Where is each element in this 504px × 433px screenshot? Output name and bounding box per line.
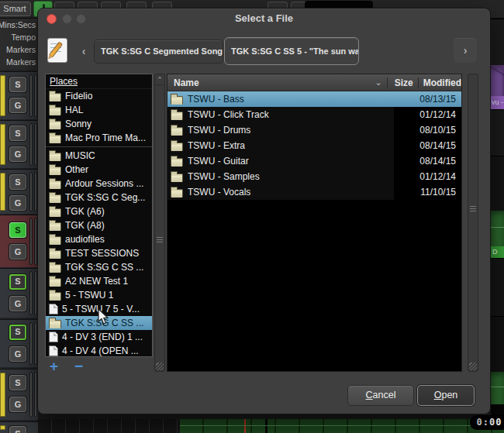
places-item[interactable]: Mac Pro Time Ma... — [46, 131, 152, 145]
ruler-labels: Mins:Secs Tempo Markers Markers — [0, 19, 38, 70]
ruler-label[interactable]: Markers — [0, 56, 38, 68]
add-place-button[interactable]: + — [50, 359, 58, 374]
places-item[interactable]: TGK (A6) — [46, 204, 152, 218]
remove-place-button[interactable]: − — [74, 359, 83, 374]
file-row[interactable]: TSWU - Drums 08/10/15 — [167, 122, 461, 138]
open-button[interactable]: Open — [417, 385, 475, 406]
audio-region-green[interactable] — [491, 372, 504, 404]
places-item[interactable]: 4 - DV 3 (END) 1 ... — [46, 330, 152, 344]
ruler-label[interactable]: Mins:Secs — [0, 19, 38, 31]
places-item[interactable]: Other — [46, 163, 152, 177]
back-button[interactable]: ‹ — [75, 41, 92, 61]
folder-icon — [171, 158, 183, 167]
track-header: S G — [0, 169, 38, 214]
track-header-selected: S G — [0, 215, 38, 267]
track-header: S G — [0, 71, 38, 119]
folder-icon — [49, 208, 61, 217]
places-item[interactable]: TEST SESSIONS — [46, 246, 152, 260]
solo-button-active[interactable]: S — [9, 222, 26, 238]
track-scrollbar[interactable] — [29, 123, 33, 166]
places-item[interactable]: TGK S:SG C SS ... — [46, 260, 152, 274]
column-header-size[interactable]: Size — [387, 77, 418, 88]
solo-button[interactable]: S — [9, 375, 26, 390]
group-button[interactable]: G — [9, 244, 26, 259]
file-row[interactable]: TSWU - Samples 01/12/14 — [167, 169, 461, 184]
audio-region-green[interactable] — [180, 419, 504, 433]
places-item[interactable]: Ardour Sessions ... — [46, 177, 152, 191]
ruler-label[interactable]: Markers — [0, 43, 38, 56]
folder-icon — [49, 153, 61, 161]
track-scrollbar[interactable] — [29, 271, 33, 315]
scrollbar-grip[interactable] — [157, 237, 163, 243]
record-indicator — [0, 173, 5, 211]
track-scrollbar[interactable] — [29, 74, 33, 117]
file-row-selected[interactable]: TSWU - Bass 08/13/15 — [167, 91, 461, 107]
mouse-cursor — [97, 308, 109, 325]
file-row[interactable]: TSWU - Guitar 08/14/15 — [167, 153, 461, 169]
places-item[interactable]: Sonny — [46, 117, 152, 131]
solo-button[interactable]: S — [9, 426, 26, 433]
ruler-label[interactable]: Tempo — [0, 31, 38, 43]
file-row[interactable]: TSWU - Extra 08/14/15 — [167, 138, 461, 153]
places-item[interactable]: HAL — [46, 103, 152, 117]
file-list: Name ⌄ Size Modified TSWU - Bass 08/13/1… — [167, 74, 462, 372]
audio-region-green[interactable] — [491, 211, 504, 246]
dialog-title: Select a File — [38, 9, 490, 29]
group-button[interactable]: G — [9, 98, 26, 113]
solo-button-armed[interactable]: S — [9, 325, 26, 340]
places-item[interactable]: MUSIC — [46, 149, 152, 163]
record-indicator — [0, 425, 5, 430]
folder-icon — [49, 93, 61, 101]
audio-region-purple[interactable] — [491, 65, 504, 96]
file-list-scrollbar[interactable] — [468, 74, 478, 372]
file-row[interactable]: TSWU - Click Track 01/12/14 — [167, 107, 461, 122]
places-item[interactable]: TGK S:SG C Seg... — [46, 191, 152, 204]
dialog-titlebar[interactable]: Select a File — [38, 9, 490, 29]
region-label-purple: vu - V — [491, 96, 504, 109]
places-item[interactable]: TGK (A8) — [46, 218, 152, 232]
record-indicator — [0, 75, 5, 116]
track-header: S — [0, 421, 38, 433]
scroll-up-icon[interactable]: ⌃ — [155, 74, 164, 85]
places-item[interactable]: Fidelio — [46, 89, 152, 103]
group-button[interactable]: G — [9, 195, 26, 211]
resize-grip-icon[interactable] — [156, 363, 164, 370]
column-header-modified[interactable]: Modified — [418, 77, 461, 88]
track-lane — [491, 109, 504, 156]
places-item[interactable]: audiofiles — [46, 232, 152, 246]
folder-icon — [49, 194, 61, 203]
track-scrollbar[interactable] — [29, 322, 33, 365]
solo-button[interactable]: S — [9, 174, 26, 190]
cancel-button[interactable]: Cancel — [347, 385, 414, 406]
places-header[interactable]: Places — [46, 74, 152, 89]
track-scrollbar[interactable] — [29, 172, 33, 211]
folder-icon — [171, 112, 183, 120]
file-row[interactable]: TSWU - Vocals 11/10/15 — [167, 184, 461, 200]
track-scrollbar[interactable] — [29, 372, 33, 418]
places-item[interactable]: 4 - DV 4 (OPEN ... — [46, 344, 152, 357]
forward-button[interactable]: › — [454, 38, 477, 63]
folder-icon — [49, 180, 61, 189]
sort-chevron-icon[interactable]: ⌄ — [375, 77, 387, 88]
track-scrollbar[interactable] — [29, 218, 33, 265]
places-item[interactable]: A2 NEW Test 1 — [46, 274, 152, 288]
breadcrumb-current[interactable]: TGK S:SG C SS 5 - "The sun wakes us." — [224, 37, 359, 65]
track-header: S G — [0, 319, 38, 367]
file-icon — [49, 332, 58, 342]
smart-mode-button[interactable]: Smart — [0, 2, 31, 16]
group-button[interactable]: G — [9, 146, 26, 162]
solo-button-armed[interactable]: S — [9, 274, 26, 290]
solo-button[interactable]: S — [9, 77, 26, 92]
places-scrollbar[interactable]: ⌃ — [154, 74, 165, 372]
track-header: S G — [0, 369, 38, 420]
group-button[interactable]: G — [9, 346, 26, 362]
places-item[interactable]: 5 - TSWU 1 — [46, 288, 152, 302]
solo-button[interactable]: S — [9, 125, 26, 141]
resize-grip-icon[interactable] — [469, 363, 477, 370]
scrollbar-grip[interactable] — [470, 206, 476, 212]
breadcrumb-parent[interactable]: TGK S:SG C Segmented Songs — [94, 40, 223, 64]
group-button[interactable]: G — [9, 296, 26, 311]
column-header-name[interactable]: Name ⌄ — [167, 77, 387, 88]
group-button[interactable]: G — [9, 397, 26, 412]
folder-icon — [171, 174, 183, 182]
